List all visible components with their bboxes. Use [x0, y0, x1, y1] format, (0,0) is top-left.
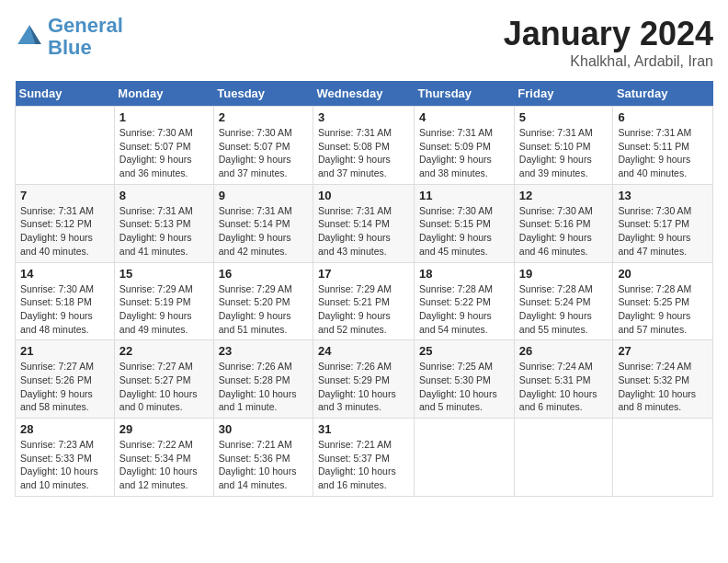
calendar-cell: 22Sunrise: 7:27 AMSunset: 5:27 PMDayligh…	[114, 340, 213, 419]
calendar-cell: 30Sunrise: 7:21 AMSunset: 5:36 PMDayligh…	[213, 419, 313, 497]
day-number: 19	[519, 267, 609, 281]
day-of-week-header: Thursday	[415, 81, 515, 107]
logo: GeneralBlue	[15, 15, 123, 59]
day-number: 25	[419, 344, 509, 358]
calendar-cell: 4Sunrise: 7:31 AMSunset: 5:09 PMDaylight…	[415, 107, 515, 185]
day-number: 20	[618, 267, 708, 281]
day-number: 22	[119, 344, 209, 358]
day-info: Sunrise: 7:24 AMSunset: 5:31 PMDaylight:…	[519, 360, 609, 414]
day-of-week-header: Tuesday	[213, 81, 313, 107]
calendar-cell: 18Sunrise: 7:28 AMSunset: 5:22 PMDayligh…	[415, 262, 515, 340]
day-info: Sunrise: 7:31 AMSunset: 5:10 PMDaylight:…	[519, 126, 609, 180]
month-title: January 2024	[504, 15, 713, 53]
calendar-cell	[16, 107, 115, 185]
day-info: Sunrise: 7:26 AMSunset: 5:29 PMDaylight:…	[318, 360, 409, 414]
day-number: 6	[618, 110, 708, 124]
calendar-cell: 7Sunrise: 7:31 AMSunset: 5:12 PMDaylight…	[16, 184, 115, 262]
day-number: 3	[318, 110, 409, 124]
calendar-cell: 16Sunrise: 7:29 AMSunset: 5:20 PMDayligh…	[213, 262, 313, 340]
day-info: Sunrise: 7:21 AMSunset: 5:37 PMDaylight:…	[318, 438, 409, 492]
calendar-cell: 11Sunrise: 7:30 AMSunset: 5:15 PMDayligh…	[415, 184, 515, 262]
day-number: 5	[519, 110, 609, 124]
day-number: 26	[519, 344, 609, 358]
calendar-table: SundayMondayTuesdayWednesdayThursdayFrid…	[15, 81, 713, 497]
day-info: Sunrise: 7:30 AMSunset: 5:15 PMDaylight:…	[419, 204, 509, 259]
calendar-cell: 27Sunrise: 7:24 AMSunset: 5:32 PMDayligh…	[613, 340, 713, 419]
day-info: Sunrise: 7:23 AMSunset: 5:33 PMDaylight:…	[20, 438, 109, 492]
day-info: Sunrise: 7:24 AMSunset: 5:32 PMDaylight:…	[618, 360, 708, 414]
day-info: Sunrise: 7:28 AMSunset: 5:24 PMDaylight:…	[519, 282, 609, 337]
calendar-cell: 26Sunrise: 7:24 AMSunset: 5:31 PMDayligh…	[514, 340, 613, 419]
day-info: Sunrise: 7:26 AMSunset: 5:28 PMDaylight:…	[219, 360, 308, 414]
calendar-cell: 25Sunrise: 7:25 AMSunset: 5:30 PMDayligh…	[415, 340, 515, 419]
page-header: GeneralBlue January 2024 Khalkhal, Ardab…	[15, 15, 713, 70]
day-number: 13	[618, 189, 708, 202]
calendar-cell	[613, 419, 713, 497]
day-info: Sunrise: 7:30 AMSunset: 5:16 PMDaylight:…	[519, 204, 609, 259]
day-number: 28	[20, 422, 109, 436]
calendar-cell	[415, 419, 515, 497]
day-number: 12	[519, 189, 609, 202]
day-info: Sunrise: 7:27 AMSunset: 5:27 PMDaylight:…	[119, 360, 209, 414]
calendar-cell: 8Sunrise: 7:31 AMSunset: 5:13 PMDaylight…	[114, 184, 213, 262]
day-number: 31	[318, 422, 409, 436]
day-of-week-header: Saturday	[613, 81, 713, 107]
logo-text: GeneralBlue	[48, 15, 123, 59]
day-info: Sunrise: 7:22 AMSunset: 5:34 PMDaylight:…	[119, 438, 209, 492]
calendar-cell: 19Sunrise: 7:28 AMSunset: 5:24 PMDayligh…	[514, 262, 613, 340]
day-number: 24	[318, 344, 409, 358]
calendar-cell: 2Sunrise: 7:30 AMSunset: 5:07 PMDaylight…	[213, 107, 313, 185]
calendar-cell: 20Sunrise: 7:28 AMSunset: 5:25 PMDayligh…	[613, 262, 713, 340]
day-of-week-header: Friday	[514, 81, 613, 107]
calendar-cell: 28Sunrise: 7:23 AMSunset: 5:33 PMDayligh…	[16, 419, 115, 497]
day-number: 2	[219, 110, 308, 124]
day-info: Sunrise: 7:30 AMSunset: 5:18 PMDaylight:…	[20, 282, 109, 337]
day-info: Sunrise: 7:27 AMSunset: 5:26 PMDaylight:…	[20, 360, 109, 414]
day-number: 9	[219, 189, 308, 202]
day-of-week-header: Monday	[114, 81, 213, 107]
day-number: 8	[119, 189, 209, 202]
calendar-cell: 5Sunrise: 7:31 AMSunset: 5:10 PMDaylight…	[514, 107, 613, 185]
day-number: 18	[419, 267, 509, 281]
calendar-cell: 31Sunrise: 7:21 AMSunset: 5:37 PMDayligh…	[313, 419, 415, 497]
day-info: Sunrise: 7:28 AMSunset: 5:22 PMDaylight:…	[419, 282, 509, 337]
day-info: Sunrise: 7:28 AMSunset: 5:25 PMDaylight:…	[618, 282, 708, 337]
day-number: 21	[20, 344, 109, 358]
calendar-cell: 15Sunrise: 7:29 AMSunset: 5:19 PMDayligh…	[114, 262, 213, 340]
calendar-cell: 13Sunrise: 7:30 AMSunset: 5:17 PMDayligh…	[613, 184, 713, 262]
day-number: 11	[419, 189, 509, 202]
day-number: 23	[219, 344, 308, 358]
logo-icon	[15, 22, 44, 52]
day-info: Sunrise: 7:29 AMSunset: 5:20 PMDaylight:…	[219, 282, 308, 337]
day-number: 17	[318, 267, 409, 281]
calendar-week-row: 21Sunrise: 7:27 AMSunset: 5:26 PMDayligh…	[16, 340, 713, 419]
calendar-cell: 23Sunrise: 7:26 AMSunset: 5:28 PMDayligh…	[213, 340, 313, 419]
calendar-cell: 10Sunrise: 7:31 AMSunset: 5:14 PMDayligh…	[313, 184, 415, 262]
day-info: Sunrise: 7:31 AMSunset: 5:12 PMDaylight:…	[20, 204, 109, 259]
title-block: January 2024 Khalkhal, Ardabil, Iran	[504, 15, 713, 70]
location-subtitle: Khalkhal, Ardabil, Iran	[504, 53, 713, 70]
day-info: Sunrise: 7:29 AMSunset: 5:19 PMDaylight:…	[119, 282, 209, 337]
day-number: 30	[219, 422, 308, 436]
day-number: 27	[618, 344, 708, 358]
day-info: Sunrise: 7:31 AMSunset: 5:08 PMDaylight:…	[318, 126, 409, 180]
day-info: Sunrise: 7:31 AMSunset: 5:13 PMDaylight:…	[119, 204, 209, 259]
day-info: Sunrise: 7:31 AMSunset: 5:11 PMDaylight:…	[618, 126, 708, 180]
calendar-body: 1Sunrise: 7:30 AMSunset: 5:07 PMDaylight…	[16, 107, 713, 497]
calendar-cell: 21Sunrise: 7:27 AMSunset: 5:26 PMDayligh…	[16, 340, 115, 419]
day-number: 29	[119, 422, 209, 436]
calendar-cell: 6Sunrise: 7:31 AMSunset: 5:11 PMDaylight…	[613, 107, 713, 185]
day-info: Sunrise: 7:30 AMSunset: 5:07 PMDaylight:…	[119, 126, 209, 180]
calendar-cell: 12Sunrise: 7:30 AMSunset: 5:16 PMDayligh…	[514, 184, 613, 262]
day-info: Sunrise: 7:30 AMSunset: 5:07 PMDaylight:…	[219, 126, 308, 180]
day-info: Sunrise: 7:21 AMSunset: 5:36 PMDaylight:…	[219, 438, 308, 492]
calendar-cell: 17Sunrise: 7:29 AMSunset: 5:21 PMDayligh…	[313, 262, 415, 340]
calendar-cell: 29Sunrise: 7:22 AMSunset: 5:34 PMDayligh…	[114, 419, 213, 497]
day-number: 4	[419, 110, 509, 124]
calendar-week-row: 1Sunrise: 7:30 AMSunset: 5:07 PMDaylight…	[16, 107, 713, 185]
calendar-week-row: 7Sunrise: 7:31 AMSunset: 5:12 PMDaylight…	[16, 184, 713, 262]
day-number: 7	[20, 189, 109, 202]
day-number: 1	[119, 110, 209, 124]
day-info: Sunrise: 7:31 AMSunset: 5:09 PMDaylight:…	[419, 126, 509, 180]
calendar-week-row: 14Sunrise: 7:30 AMSunset: 5:18 PMDayligh…	[16, 262, 713, 340]
